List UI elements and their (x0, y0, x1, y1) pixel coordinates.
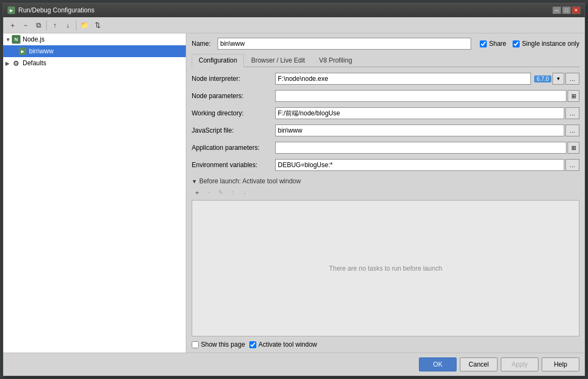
bottom-checkboxes: Show this page Activate tool window (192, 341, 579, 348)
config-tabs: Configuration Browser / Live Edit V8 Pro… (192, 54, 579, 67)
environment-variables-input-wrap: … (275, 159, 579, 171)
remove-config-button[interactable]: － (19, 19, 31, 31)
tree-item-defaults[interactable]: ▶ ⚙ Defaults (3, 57, 186, 69)
tree-arrow-defaults: ▶ (5, 60, 12, 66)
tab-browser-live-edit[interactable]: Browser / Live Edit (244, 54, 312, 66)
before-launch-arrow[interactable]: ▼ (192, 178, 197, 184)
tree-label-nodejs: Node.js (23, 36, 45, 43)
show-page-label-text: Show this page (201, 341, 245, 348)
before-launch-edit-button[interactable]: ✎ (215, 187, 226, 198)
node-interpreter-input[interactable] (275, 73, 531, 85)
dialog-icon: ▶ (8, 6, 15, 14)
copy-config-button[interactable]: ⧉ (32, 19, 44, 31)
config-right-panel: Name: Share Single instance only Confi (186, 33, 585, 353)
environment-variables-input[interactable] (275, 159, 564, 171)
before-launch-move-down-button[interactable]: ↓ (239, 187, 250, 198)
sort-button[interactable]: ⇅ (92, 19, 103, 31)
single-instance-label-text: Single instance only (522, 40, 579, 47)
main-toolbar: ＋ － ⧉ ↑ ↓ 📁 ⇅ (3, 17, 585, 33)
move-up-button[interactable]: ↑ (49, 19, 61, 31)
activate-tool-window-label-text: Activate tool window (258, 341, 317, 348)
name-field-label: Name: (192, 40, 213, 47)
apply-button[interactable]: Apply (501, 357, 538, 371)
tab-v8-profiling[interactable]: V8 Profiling (312, 54, 359, 66)
node-interpreter-label: Node interpreter: (192, 75, 275, 82)
node-parameters-input[interactable] (275, 90, 566, 102)
environment-variables-row: Environment variables: … (192, 158, 579, 172)
javascript-file-row: JavaScript file: … (192, 123, 579, 137)
node-parameters-input-wrap: ⊞ (275, 90, 579, 102)
tree-label-defaults: Defaults (23, 59, 46, 67)
dialog-footer: OK Cancel Apply Help (3, 353, 585, 376)
tasks-empty-message: There are no tasks to run before launch (329, 265, 442, 272)
close-button[interactable]: ✕ (572, 6, 580, 14)
before-launch-remove-button[interactable]: － (204, 187, 214, 198)
config-tree: ▼ N Node.js ▶ bin\www ▶ ⚙ Default (3, 33, 186, 353)
working-directory-browse-button[interactable]: … (565, 107, 579, 119)
node-parameters-icon-button[interactable]: ⊞ (568, 90, 579, 102)
application-parameters-icon-button[interactable]: ⊞ (568, 142, 579, 154)
name-input[interactable] (218, 38, 471, 50)
javascript-file-label: JavaScript file: (192, 127, 275, 134)
node-interpreter-browse-button[interactable]: … (565, 73, 579, 85)
javascript-file-browse-button[interactable]: … (565, 125, 579, 136)
run-debug-dialog: ▶ Run/Debug Configurations ─ □ ✕ ＋ － ⧉ ↑… (3, 3, 585, 376)
node-parameters-row: Node parameters: ⊞ (192, 89, 579, 103)
ok-button[interactable]: OK (419, 357, 457, 371)
main-content: ▼ N Node.js ▶ bin\www ▶ ⚙ Default (3, 33, 585, 353)
share-label-text: Share (489, 40, 506, 47)
move-down-button[interactable]: ↓ (62, 19, 74, 31)
tasks-area: There are no tasks to run before launch (192, 200, 579, 336)
single-instance-checkbox[interactable] (513, 40, 520, 47)
working-directory-row: Working directory: … (192, 106, 579, 120)
title-bar: ▶ Run/Debug Configurations ─ □ ✕ (3, 3, 585, 17)
working-directory-input[interactable] (275, 107, 564, 119)
nodejs-icon: N (12, 35, 20, 44)
add-config-button[interactable]: ＋ (6, 19, 18, 31)
working-directory-input-wrap: … (275, 107, 579, 119)
help-button[interactable]: Help (542, 357, 579, 371)
tree-arrow-nodejs: ▼ (5, 37, 12, 43)
node-version-badge: 6.7.0 (534, 75, 551, 82)
application-parameters-input-wrap: ⊞ (275, 142, 579, 154)
show-page-label[interactable]: Show this page (192, 341, 245, 348)
name-row: Name: Share Single instance only (192, 38, 579, 50)
before-launch-toolbar: ＋ － ✎ ↑ ↓ (192, 187, 579, 198)
before-launch-move-up-button[interactable]: ↑ (227, 187, 238, 198)
node-interpreter-input-wrap: 6.7.0 ▼ … (275, 73, 579, 85)
restore-button[interactable]: □ (562, 6, 571, 14)
javascript-file-input[interactable] (275, 125, 564, 136)
share-area: Share Single instance only (480, 40, 579, 47)
before-launch-header: ▼ Before launch: Activate tool window (192, 177, 579, 185)
show-page-checkbox[interactable] (192, 341, 199, 348)
application-parameters-label: Application parameters: (192, 144, 275, 151)
run-config-icon: ▶ (18, 47, 27, 56)
toolbar-separator-1 (46, 20, 47, 30)
environment-variables-browse-button[interactable]: … (565, 159, 579, 171)
dialog-title: Run/Debug Configurations (18, 6, 549, 14)
share-checkbox-label[interactable]: Share (480, 40, 506, 47)
node-interpreter-dropdown-button[interactable]: ▼ (552, 73, 564, 85)
share-checkbox[interactable] (480, 40, 487, 47)
tree-item-nodejs[interactable]: ▼ N Node.js (3, 33, 186, 45)
application-parameters-input[interactable] (275, 142, 566, 154)
before-launch-add-button[interactable]: ＋ (192, 187, 202, 198)
node-parameters-label: Node parameters: (192, 92, 275, 100)
cancel-button[interactable]: Cancel (460, 357, 498, 371)
toolbar-separator-2 (76, 20, 76, 30)
window-controls: ─ □ ✕ (552, 6, 580, 14)
javascript-file-input-wrap: … (275, 125, 579, 136)
tree-item-binwww[interactable]: ▶ bin\www (3, 45, 186, 57)
defaults-icon: ⚙ (12, 59, 20, 67)
create-folder-button[interactable]: 📁 (79, 19, 90, 31)
tab-configuration[interactable]: Configuration (192, 54, 244, 67)
before-launch-title: Before launch: Activate tool window (199, 177, 301, 185)
configuration-form: Node interpreter: 6.7.0 ▼ … Node paramet… (192, 72, 579, 175)
activate-tool-window-label[interactable]: Activate tool window (249, 341, 317, 348)
minimize-button[interactable]: ─ (552, 6, 561, 14)
tree-label-binwww: bin\www (29, 47, 53, 55)
activate-tool-window-checkbox[interactable] (249, 341, 256, 348)
node-interpreter-row: Node interpreter: 6.7.0 ▼ … (192, 72, 579, 86)
single-instance-checkbox-label[interactable]: Single instance only (513, 40, 579, 47)
environment-variables-label: Environment variables: (192, 161, 275, 169)
